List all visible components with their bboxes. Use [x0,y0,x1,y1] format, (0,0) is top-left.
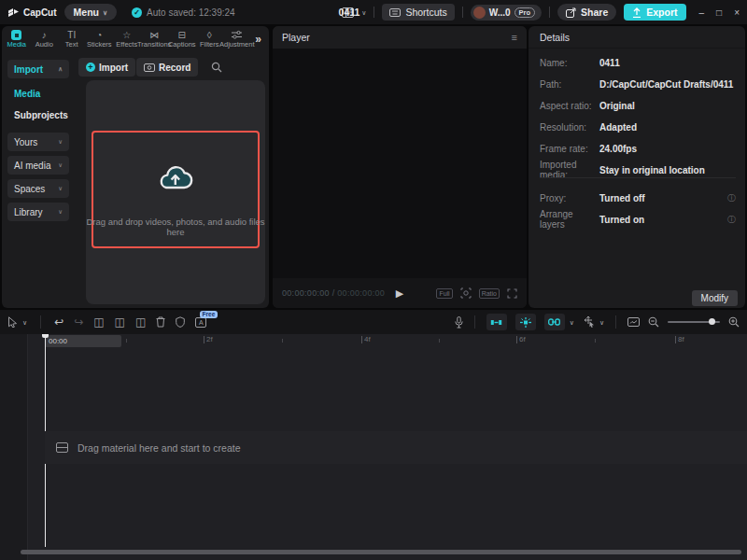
timeline-hint: Drag material here and start to create [78,442,241,454]
undo-icon[interactable]: ↩ [54,316,63,328]
info-icon[interactable]: ⓘ [727,192,736,204]
top-bar: CapCut Menu ∨ ✓ Auto saved: 12:39:24 041… [0,0,747,24]
import-button[interactable]: + Import [78,58,135,77]
redo-icon[interactable]: ↪ [74,316,83,328]
zoom-slider-handle[interactable] [709,318,715,325]
auto-snap-button[interactable] [515,314,536,330]
timeline-area[interactable]: 00:00 2f 4f 6f 8f Drag material here and… [0,334,747,560]
transitions-icon: ⋈ [149,30,159,40]
cursor-mode-caret-icon[interactable]: ∨ [599,319,604,326]
menu-button[interactable]: Menu ∨ [64,4,118,21]
text-template-tool[interactable]: A Free [195,317,206,328]
player-panel: Player ≡ 00:00:00:00 / 00:00:00:00 ▶ Ful… [273,26,527,308]
ruler-origin: 00:00 [45,335,121,347]
export-button[interactable]: Export [624,4,685,21]
preview-quality-icon[interactable] [627,317,640,328]
tab-audio[interactable]: ♪ Audio [31,26,59,52]
project-title: 0411 [339,7,360,18]
capcut-logo-icon [7,7,20,19]
chevron-down-icon: ∨ [58,138,63,146]
horizontal-scrollbar[interactable] [21,550,741,554]
shortcuts-button[interactable]: Shortcuts [382,4,454,21]
main-track-empty[interactable]: Drag material here and start to create [45,431,747,464]
zoom-fit-icon[interactable] [460,287,472,299]
tab-media[interactable]: Media [3,26,31,52]
player-menu-icon[interactable]: ≡ [512,32,517,43]
expand-tabs-button[interactable]: » [251,26,266,52]
sidebar-item-media[interactable]: Media [7,87,69,100]
divider [615,315,616,329]
account-name: W...0 [489,7,511,18]
timeline-zoom-slider[interactable] [668,321,720,323]
chevron-down-icon: ∨ [103,9,107,16]
chevron-up-icon: ∧ [58,65,63,73]
tab-text[interactable]: TI Text [58,26,86,52]
sidebar-item-import[interactable]: Import ∧ [7,60,69,78]
tab-captions[interactable]: ⊟ Captions [168,26,196,52]
info-icon[interactable]: ⓘ [727,214,736,226]
detail-row-frame-rate: Frame rate: 24.00fps [540,142,736,155]
minimize-button[interactable]: – [699,7,705,18]
audio-icon: ♪ [42,30,47,40]
maximize-button[interactable]: □ [716,7,722,18]
player-viewport[interactable] [273,49,527,278]
tab-transitions[interactable]: ⋈ Transitions [141,26,169,52]
sidebar-item-library[interactable]: Library ∨ [7,203,69,221]
split-left-icon[interactable]: ◫ [93,316,104,328]
split-icon[interactable]: ◫ [115,316,125,328]
modify-button[interactable]: Modify [692,290,738,306]
asset-tabs: Media ♪ Audio TI Text ◔ Stickers ☆ Effec… [2,26,269,52]
tab-stickers[interactable]: ◔ Stickers [86,26,114,52]
zoom-out-icon[interactable] [648,316,659,328]
sidebar-item-yours[interactable]: Yours ∨ [7,133,69,151]
play-button[interactable]: ▶ [396,287,403,300]
sidebar-item-spaces[interactable]: Spaces ∨ [7,179,69,198]
timeline-toolbar: ∨ ↩ ↪ ◫ ◫ ◫ A Free ∨ [0,310,747,334]
ruler-tick: 4f [361,335,371,343]
close-button[interactable]: × [734,7,740,18]
details-title: Details [529,26,745,49]
link-options-caret-icon[interactable]: ∨ [570,319,574,326]
track-media-icon [56,442,68,453]
timeline-ruler[interactable]: 00:00 2f 4f 6f 8f [28,334,747,348]
ratio-button[interactable]: Ratio [479,288,500,299]
zoom-in-icon[interactable] [728,316,740,328]
detail-row-name: Name: 0411 [540,56,736,69]
fullscreen-icon[interactable] [507,288,517,299]
autosave-status: ✓ Auto saved: 12:39:24 [132,7,235,18]
select-tool-icon[interactable] [7,316,18,328]
text-icon: TI [67,30,76,40]
time-display: 00:00:00:00 / 00:00:00:00 [282,288,385,298]
delete-icon[interactable] [156,316,165,328]
workspace-caret-icon[interactable]: ∨ [361,9,366,16]
detail-row-resolution: Resolution: Adapted [540,120,736,133]
cursor-mode-icon[interactable] [583,316,595,328]
sidebar-item-subprojects[interactable]: Subprojects [7,108,69,121]
media-dropzone[interactable]: Drag and drop videos, photos, and audio … [86,80,265,304]
detail-row-arrange-layers: Arrange layers Turned on ⓘ [540,213,736,226]
sidebar-item-ai-media[interactable]: AI media ∨ [7,156,69,175]
player-controls: 00:00:00:00 / 00:00:00:00 ▶ Full Ratio [273,278,527,308]
detail-row-path: Path: D:/CapCut/CapCut Drafts/0411 [540,77,736,91]
main-track-magnet-button[interactable] [486,314,507,330]
text-template-icon: A [195,317,206,328]
ruler-tick: 6f [516,335,526,343]
account-chip[interactable]: W...0 Pro [471,5,542,21]
media-content: + Import Record Drag and drop videos, ph… [75,52,269,308]
link-clips-button[interactable] [544,314,565,330]
autosave-text: Auto saved: 12:39:24 [147,7,235,18]
full-preview-button[interactable]: Full [436,288,452,299]
microphone-icon[interactable] [455,316,463,329]
pro-badge: Pro [514,7,536,18]
share-button[interactable]: Share [557,4,616,21]
chevron-down-icon: ∨ [58,208,63,216]
track-header-gutter [0,334,28,560]
record-button[interactable]: Record [136,58,198,77]
split-right-icon[interactable]: ◫ [135,316,146,328]
detail-row-aspect-ratio: Aspect ratio: Original [540,99,736,112]
search-icon[interactable] [211,62,222,73]
mask-icon[interactable] [176,316,185,328]
select-tool-caret-icon[interactable]: ∨ [22,319,27,326]
captions-icon: ⊟ [178,30,186,40]
tab-adjustment[interactable]: Adjustment [223,26,251,52]
